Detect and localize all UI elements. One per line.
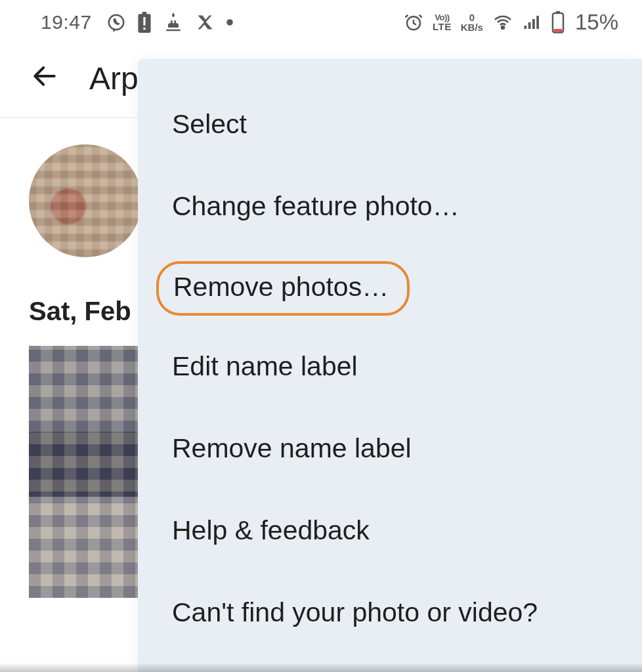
svg-rect-10 bbox=[532, 19, 535, 29]
wifi-icon bbox=[492, 12, 513, 33]
battery-percent: 15% bbox=[575, 10, 618, 35]
svg-rect-8 bbox=[524, 26, 526, 29]
x-icon bbox=[196, 13, 214, 32]
overflow-menu: Select Change feature photo… Remove phot… bbox=[138, 59, 642, 672]
volte-icon: Vo)) LTE bbox=[433, 13, 452, 32]
status-bar: 19:47 bbox=[0, 0, 642, 47]
svg-point-5 bbox=[226, 19, 233, 26]
menu-item-select[interactable]: Select bbox=[172, 93, 608, 156]
menu-item-remove-name-label[interactable]: Remove name label bbox=[172, 417, 608, 480]
battery-icon bbox=[551, 11, 565, 33]
net-speed-indicator: 0 KB/s bbox=[461, 12, 483, 32]
menu-item-change-feature-photo[interactable]: Change feature photo… bbox=[172, 175, 608, 238]
svg-rect-2 bbox=[142, 12, 146, 14]
status-time: 19:47 bbox=[41, 11, 92, 33]
back-arrow-icon[interactable] bbox=[30, 62, 59, 95]
alarm-icon bbox=[404, 12, 423, 32]
svg-rect-4 bbox=[143, 28, 145, 30]
whatsapp-icon bbox=[106, 12, 126, 32]
svg-point-7 bbox=[502, 26, 504, 29]
svg-rect-11 bbox=[536, 16, 539, 29]
dot-icon bbox=[226, 18, 234, 26]
page-title: Arp bbox=[89, 60, 139, 96]
status-bar-right: Vo)) LTE 0 KB/s 15% bbox=[404, 10, 618, 35]
menu-item-cant-find[interactable]: Can't find your photo or video? bbox=[172, 581, 608, 644]
menu-item-remove-photos[interactable]: Remove photos… bbox=[156, 261, 410, 316]
svg-rect-14 bbox=[554, 29, 562, 32]
signal-icon bbox=[523, 12, 542, 32]
status-bar-left: 19:47 bbox=[41, 11, 234, 33]
menu-item-help-feedback[interactable]: Help & feedback bbox=[172, 499, 608, 562]
svg-rect-3 bbox=[143, 17, 145, 26]
menu-item-edit-name-label[interactable]: Edit name label bbox=[172, 335, 608, 398]
person-avatar[interactable] bbox=[29, 144, 142, 257]
svg-rect-9 bbox=[528, 22, 531, 29]
battery-alert-icon bbox=[138, 12, 151, 33]
birthday-icon bbox=[163, 12, 184, 33]
